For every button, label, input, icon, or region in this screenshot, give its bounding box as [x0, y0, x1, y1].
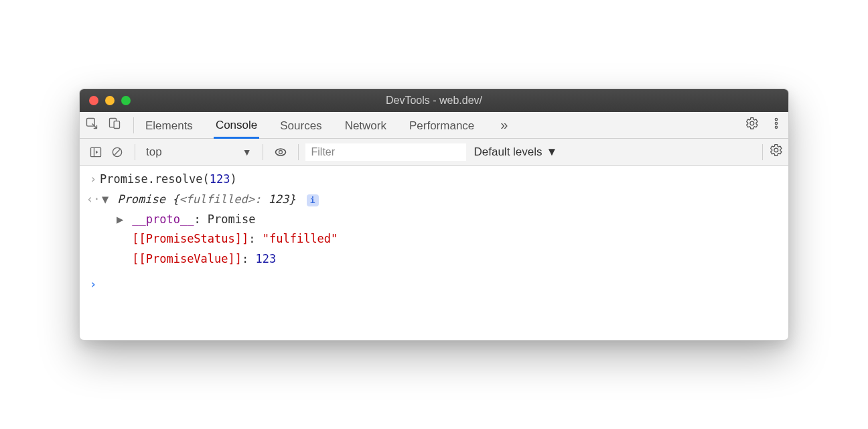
svg-rect-2 — [114, 121, 119, 129]
log-level-selector[interactable]: Default levels ▼ — [474, 145, 558, 159]
panel-tab-strip: Elements Console Sources Network Perform… — [80, 112, 788, 139]
minimize-window-button[interactable] — [105, 96, 115, 105]
filter-input[interactable]: Filter — [305, 143, 466, 161]
more-options-icon[interactable] — [770, 117, 783, 133]
console-input-prompt[interactable]: › — [80, 275, 788, 295]
console-result-row: ‹· ▼ Promise {<fulfilled>: 123} i ▶ __pr… — [80, 190, 788, 269]
console-settings-icon[interactable] — [770, 143, 783, 160]
separator — [762, 144, 763, 160]
console-toolbar: top ▼ Filter Default levels ▼ — [80, 139, 788, 166]
object-tree: ▶ __proto__: Promise [[PromiseStatus]]: … — [100, 210, 782, 269]
result-state: <fulfilled> — [179, 192, 255, 206]
result-close: } — [289, 192, 295, 206]
window-controls — [80, 96, 131, 105]
svg-point-10 — [275, 149, 285, 156]
toggle-console-sidebar-icon[interactable] — [85, 145, 106, 159]
input-caret-icon: › — [86, 170, 100, 190]
svg-point-3 — [775, 119, 777, 121]
separator — [263, 144, 263, 160]
tab-network[interactable]: Network — [343, 113, 388, 138]
inspect-element-icon[interactable] — [85, 117, 98, 133]
code-token: Promise.resolve( — [100, 172, 210, 186]
console-input-row: › Promise.resolve(123) — [80, 170, 788, 190]
execution-context-selector[interactable]: top ▼ — [142, 145, 256, 159]
svg-line-9 — [115, 149, 120, 154]
prompt-caret-icon: › — [86, 275, 100, 295]
filter-placeholder: Filter — [311, 146, 336, 158]
svg-point-4 — [775, 122, 777, 124]
clear-console-icon[interactable] — [106, 145, 128, 159]
log-level-label: Default levels — [474, 145, 542, 159]
live-expression-icon[interactable] — [270, 145, 291, 159]
chevron-down-icon: ▼ — [242, 147, 252, 158]
svg-point-11 — [279, 150, 282, 154]
titlebar: DevTools - web.dev/ — [80, 89, 788, 112]
more-tabs-icon[interactable]: » — [495, 117, 513, 133]
tree-value: 123 — [256, 252, 277, 265]
info-badge-icon[interactable]: i — [307, 194, 319, 206]
tab-console[interactable]: Console — [214, 112, 259, 139]
tree-key: __proto__ — [132, 212, 194, 226]
device-toolbar-icon[interactable] — [108, 117, 121, 133]
code-token: ) — [230, 172, 236, 186]
settings-icon[interactable] — [745, 117, 759, 133]
expand-toggle-icon[interactable]: ▶ — [115, 210, 125, 230]
svg-point-5 — [775, 126, 777, 128]
tab-elements[interactable]: Elements — [143, 113, 195, 138]
result-sep: : — [255, 192, 268, 206]
tab-sources[interactable]: Sources — [278, 113, 323, 138]
devtools-window: DevTools - web.dev/ Elements Console Sou… — [79, 88, 789, 341]
separator — [298, 144, 299, 160]
tree-value: "fulfilled" — [263, 232, 338, 245]
execution-context-label: top — [146, 145, 162, 159]
result-object-name: Promise { — [117, 192, 179, 206]
close-window-button[interactable] — [89, 96, 98, 105]
maximize-window-button[interactable] — [121, 96, 131, 105]
tree-key: [[PromiseValue]] — [132, 252, 242, 265]
code-token-number: 123 — [210, 172, 230, 186]
tree-value: Promise — [208, 212, 256, 226]
tab-performance[interactable]: Performance — [407, 113, 476, 138]
chevron-down-icon: ▼ — [547, 145, 558, 159]
expand-toggle-icon[interactable]: ▼ — [100, 190, 111, 210]
separator — [133, 117, 134, 133]
tree-key: [[PromiseStatus]] — [132, 232, 248, 245]
window-title: DevTools - web.dev/ — [386, 95, 482, 107]
result-value: 123 — [268, 192, 289, 206]
console-body: › Promise.resolve(123) ‹· ▼ Promise {<fu… — [80, 166, 788, 340]
separator — [135, 144, 135, 160]
output-caret-icon: ‹· — [86, 190, 100, 210]
